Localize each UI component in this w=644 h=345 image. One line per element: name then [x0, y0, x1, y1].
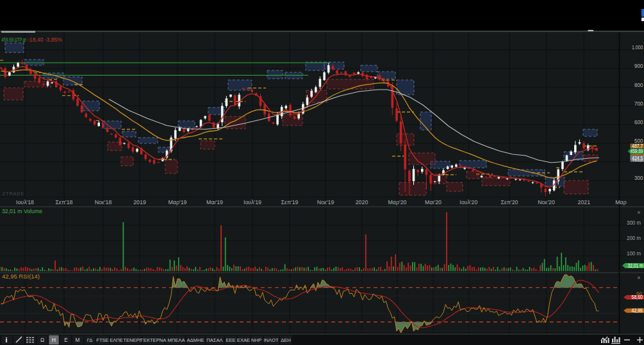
svg-text:700: 700	[634, 100, 643, 107]
svg-text:900: 900	[634, 63, 643, 69]
svg-text:Μαι'19: Μαι'19	[206, 199, 223, 205]
svg-text:2019: 2019	[133, 199, 146, 205]
svg-text:×: ×	[637, 275, 640, 281]
svg-text:Σεπ'20: Σεπ'20	[501, 199, 518, 205]
svg-text:2020: 2020	[356, 199, 368, 205]
svg-text:ΤΕΝΕΡΓ: ΤΕΝΕΡΓ	[123, 337, 142, 343]
svg-text:ΜΠΕΛΑ: ΜΠΕΛΑ	[167, 337, 185, 343]
svg-text:Η: Η	[52, 337, 56, 343]
svg-text:ZTRADE: ZTRADE	[3, 191, 24, 196]
svg-text:ΕΧΑΕ: ΕΧΑΕ	[237, 337, 250, 343]
svg-text:Μαι'20: Μαι'20	[425, 199, 442, 205]
svg-text:42,95: 42,95	[632, 307, 643, 314]
svg-text:Ιουλ'18: Ιουλ'18	[16, 199, 34, 205]
svg-text:424,5: 424,5	[632, 155, 643, 161]
svg-text:32,01 m Volume: 32,01 m Volume	[2, 208, 42, 214]
svg-text:459,69 ΔΤΡ.gr: 459,69 ΔΤΡ.gr	[1, 36, 26, 43]
svg-text:459,69: 459,69	[631, 148, 643, 154]
svg-text:Σεπ'18: Σεπ'18	[56, 199, 73, 205]
svg-text:300 m: 300 m	[627, 220, 641, 226]
svg-text:ΙΝΛΟΤ: ΙΝΛΟΤ	[263, 337, 278, 343]
svg-text:ΔΕΗ: ΔΕΗ	[281, 337, 291, 343]
svg-text:ΓΕΚΤΕΡΝΑ: ΓΕΚΤΕΡΝΑ	[141, 337, 167, 343]
svg-text:ΕΕΕ: ΕΕΕ	[226, 337, 235, 343]
svg-text:Σεπ'19: Σεπ'19	[281, 199, 299, 205]
svg-text:200 m: 200 m	[627, 235, 641, 241]
svg-text:Μ: Μ	[76, 337, 80, 343]
svg-text:Ιουλ'20: Ιουλ'20	[459, 199, 477, 205]
svg-text:×: ×	[637, 209, 640, 216]
svg-text:2021: 2021	[578, 199, 591, 205]
svg-text:ΓΔ: ΓΔ	[87, 337, 93, 343]
svg-text:FTSE: FTSE	[96, 337, 108, 343]
svg-text:-18,40 -3,85%: -18,40 -3,85%	[28, 36, 62, 43]
svg-text:Νοε'18: Νοε'18	[95, 199, 112, 205]
svg-text:800: 800	[634, 82, 643, 88]
svg-text:42,95 RSI(14): 42,95 RSI(14)	[2, 273, 40, 280]
svg-text:Μαρ'19: Μαρ'19	[169, 199, 187, 205]
svg-text:Μαρ'20: Μαρ'20	[388, 199, 407, 205]
svg-text:ΠΑΣΑΛ: ΠΑΣΑΛ	[206, 337, 223, 343]
svg-text:Μαρ: Μαρ	[615, 199, 626, 205]
svg-text:1.000: 1.000	[632, 44, 643, 51]
svg-text:ΕΛΠΕ: ΕΛΠΕ	[110, 337, 123, 343]
svg-text:ΝΗΡ: ΝΗΡ	[251, 337, 261, 343]
svg-text:Ω: Ω	[40, 337, 44, 343]
svg-text:100 m: 100 m	[627, 250, 641, 257]
svg-text:Νοε'19: Νοε'19	[317, 199, 334, 205]
svg-text:ΑΔΜΗΕ: ΑΔΜΗΕ	[186, 337, 204, 343]
svg-text:Νοε'20: Νοε'20	[538, 199, 555, 205]
svg-text:58,60: 58,60	[632, 294, 643, 300]
svg-text:Ιουλ'19: Ιουλ'19	[244, 199, 261, 205]
svg-text:600: 600	[634, 119, 643, 125]
svg-text:300: 300	[634, 175, 643, 181]
svg-text:32,01 m: 32,01 m	[628, 262, 643, 269]
svg-text:i: i	[6, 336, 8, 344]
svg-text:Ε: Ε	[64, 337, 68, 343]
